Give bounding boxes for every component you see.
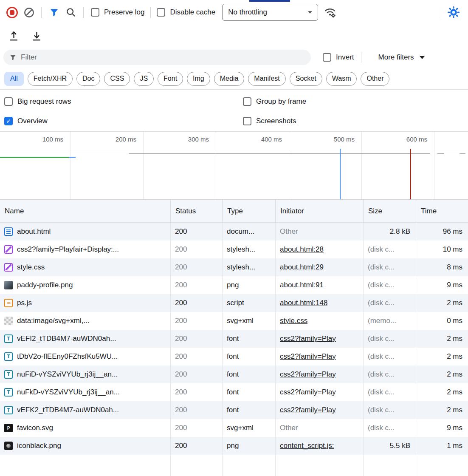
- initiator-link[interactable]: css2?family=Play: [280, 370, 336, 379]
- filler-cell: [223, 455, 276, 476]
- checkbox-box: [4, 97, 13, 106]
- initiator-link[interactable]: content_script.js:: [280, 442, 334, 450]
- table-row[interactable]: iconblack.png200pngcontent_script.js:5.5…: [0, 437, 468, 455]
- initiator-link[interactable]: css2?family=Play: [280, 334, 336, 343]
- network-conditions-button[interactable]: [321, 4, 338, 21]
- table-row[interactable]: nuFiD-vYSZviVYUb_rj3ij__an...200fontcss2…: [0, 366, 468, 383]
- search-button[interactable]: [62, 4, 79, 21]
- filter-chip-manifest[interactable]: Manifest: [248, 72, 285, 86]
- time-cell: 2 ms: [416, 294, 468, 312]
- time-cell: 96 ms: [416, 223, 468, 241]
- filter-chip-socket[interactable]: Socket: [290, 72, 322, 86]
- table-row[interactable]: favicon.svg200svg+xmlOther(disk c...9 ms: [0, 419, 468, 437]
- throttling-select[interactable]: No throttling: [222, 4, 318, 21]
- resource-type-filter-bar: AllFetch/XHRDocCSSJSFontImgMediaManifest…: [0, 68, 468, 90]
- size-cell: (disk c...: [364, 258, 416, 276]
- initiator-cell: Other: [276, 223, 364, 241]
- initiator-link[interactable]: style.css: [280, 317, 307, 325]
- initiator-link[interactable]: about.html:28: [280, 245, 324, 254]
- timeline-overview[interactable]: 100 ms200 ms300 ms400 ms500 ms600 ms: [0, 132, 468, 200]
- checkbox-big-request-rows[interactable]: Big request rows: [4, 97, 239, 106]
- checkbox-group-by-frame[interactable]: Group by frame: [243, 97, 306, 106]
- name-cell: ps.js: [0, 294, 171, 312]
- checkbox-overview[interactable]: ✓Overview: [4, 117, 239, 125]
- record-button[interactable]: [3, 4, 20, 21]
- image-preview-icon: [4, 281, 13, 289]
- filter-chip-css[interactable]: CSS: [104, 72, 130, 86]
- filter-chip-other[interactable]: Other: [361, 72, 389, 86]
- invert-filter-checkbox[interactable]: Invert: [323, 53, 354, 62]
- settings-button[interactable]: [445, 4, 462, 21]
- font-icon: [4, 388, 13, 397]
- checkbox-screenshots[interactable]: Screenshots: [243, 117, 296, 125]
- toolbar-divider: [441, 7, 441, 18]
- filter-chip-font[interactable]: Font: [158, 72, 183, 86]
- status-cell: 200: [171, 419, 223, 437]
- filter-chip-img[interactable]: Img: [187, 72, 210, 86]
- column-header-name[interactable]: Name: [0, 200, 171, 222]
- export-har-button[interactable]: [28, 27, 45, 44]
- filter-chip-doc[interactable]: Doc: [76, 72, 100, 86]
- filler-cell: [364, 455, 416, 476]
- initiator-link[interactable]: about.html:91: [280, 281, 324, 289]
- initiator-link[interactable]: css2?family=Play: [280, 406, 336, 414]
- time-cell: 8 ms: [416, 258, 468, 276]
- column-header-time[interactable]: Time: [416, 200, 468, 222]
- initiator-link[interactable]: about.html:29: [280, 263, 324, 272]
- filter-toggle-button[interactable]: [45, 4, 62, 21]
- timeline-gridline: [434, 132, 434, 199]
- checkbox-box: [157, 8, 165, 17]
- table-row[interactable]: nuFkD-vYSZviVYUb_rj3ij__an...200fontcss2…: [0, 383, 468, 401]
- preserve-log-checkbox[interactable]: Preserve log: [91, 8, 144, 17]
- disable-cache-checkbox[interactable]: Disable cache: [157, 8, 215, 17]
- timeline-tick-label: 600 ms: [395, 136, 431, 143]
- time-cell: 2 ms: [416, 330, 468, 348]
- filter-chip-fetch-xhr[interactable]: Fetch/XHR: [28, 72, 73, 86]
- type-cell: stylesh...: [223, 241, 276, 258]
- column-header-type[interactable]: Type: [223, 200, 276, 222]
- table-row[interactable]: about.html200docum...Other2.8 kB96 ms: [0, 223, 468, 241]
- timeline-gridline: [70, 132, 70, 199]
- toolbar-divider: [83, 7, 84, 18]
- initiator-cell: css2?family=Play: [276, 401, 364, 419]
- initiator-link[interactable]: css2?family=Play: [280, 352, 336, 361]
- table-row[interactable]: css2?family=Playfair+Display:...200style…: [0, 241, 468, 258]
- table-row[interactable]: paddy-profile.png200pngabout.html:91(dis…: [0, 276, 468, 294]
- filter-chip-media[interactable]: Media: [214, 72, 245, 86]
- column-header-status[interactable]: Status: [171, 200, 223, 222]
- column-header-size[interactable]: Size: [364, 200, 416, 222]
- more-filters-button[interactable]: More filters: [378, 53, 425, 62]
- filter-chip-all[interactable]: All: [4, 72, 24, 86]
- name-cell: about.html: [0, 223, 171, 241]
- status-cell: 200: [171, 348, 223, 366]
- request-timeline-bar: [69, 157, 76, 158]
- size-cell: (disk c...: [364, 401, 416, 419]
- table-row[interactable]: vEFI2_tTDB4M7-auWDN0ah...200fontcss2?fam…: [0, 330, 468, 348]
- status-cell: 200: [171, 241, 223, 258]
- name-cell: style.css: [0, 258, 171, 276]
- filter-chip-wasm[interactable]: Wasm: [326, 72, 357, 86]
- extension-image-icon: [4, 442, 13, 450]
- table-row[interactable]: vEFK2_tTDB4M7-auWDN0ah...200fontcss2?fam…: [0, 401, 468, 419]
- table-row[interactable]: tDbV2o-flEEny0FZhsfKu5WU...200fontcss2?f…: [0, 348, 468, 366]
- name-cell: vEFI2_tTDB4M7-auWDN0ah...: [0, 330, 171, 348]
- request-name: vEFI2_tTDB4M7-auWDN0ah...: [17, 334, 116, 343]
- filter-input[interactable]: [21, 53, 305, 62]
- import-har-button[interactable]: [5, 27, 22, 44]
- filter-chip-js[interactable]: JS: [134, 72, 154, 86]
- initiator-cell: style.css: [276, 312, 364, 330]
- table-row[interactable]: data:image/svg+xml,...200svg+xmlstyle.cs…: [0, 312, 468, 330]
- status-cell: 200: [171, 223, 223, 241]
- initiator-link[interactable]: about.html:148: [280, 299, 327, 307]
- column-header-initiator[interactable]: Initiator: [276, 200, 364, 222]
- status-cell: 200: [171, 258, 223, 276]
- upload-icon: [8, 30, 20, 42]
- clear-log-button[interactable]: [20, 4, 37, 21]
- funnel-icon: [49, 7, 59, 18]
- record-icon: [6, 7, 18, 18]
- table-row[interactable]: style.css200stylesh...about.html:29(disk…: [0, 258, 468, 276]
- initiator-link[interactable]: css2?family=Play: [280, 388, 336, 397]
- status-cell: 200: [171, 276, 223, 294]
- time-cell: 0 ms: [416, 312, 468, 330]
- table-row[interactable]: ps.js200scriptabout.html:148(disk c...2 …: [0, 294, 468, 312]
